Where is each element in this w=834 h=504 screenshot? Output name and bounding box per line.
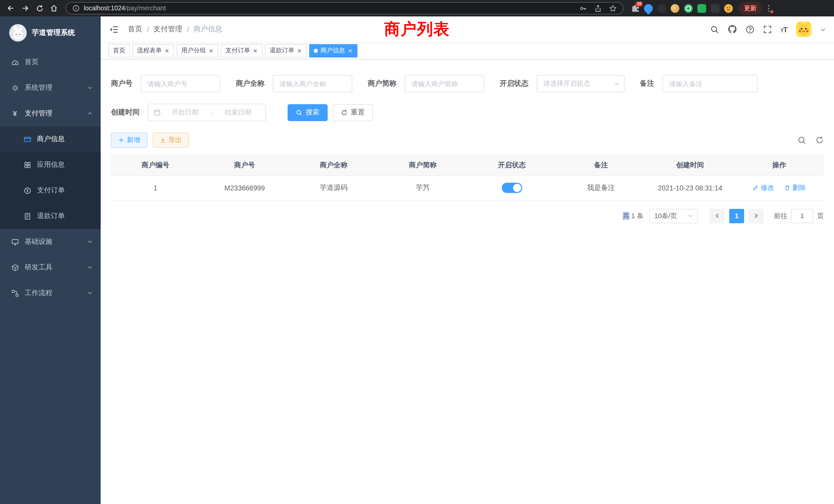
next-page-button[interactable] (749, 209, 764, 223)
prev-page-button[interactable] (710, 209, 725, 223)
app-logo[interactable]: 芋道管理系统 (0, 17, 101, 49)
workflow-icon (10, 289, 20, 297)
close-icon[interactable] (297, 48, 302, 53)
browser-forward-button[interactable] (19, 2, 32, 15)
tags-view-bar: 首页 流程表单 用户分组 支付订单 退款订单 (101, 42, 834, 60)
add-button[interactable]: 新增 (111, 132, 147, 148)
extension-icon-drop[interactable] (642, 2, 655, 14)
github-icon[interactable] (727, 25, 737, 34)
sidebar-item-app-info[interactable]: 应用信息 (0, 152, 101, 178)
create-time-label: 创建时间 (111, 108, 140, 117)
url-text: localhost:1024/pay/merchant (84, 5, 166, 12)
bookmark-star-icon[interactable] (609, 4, 617, 12)
full-name-input[interactable] (273, 75, 352, 92)
help-icon[interactable] (745, 25, 754, 33)
sidebar-item-label: 首页 (25, 58, 39, 67)
extensions-puzzle-icon[interactable]: 10 (631, 4, 639, 13)
fullscreen-icon[interactable] (763, 25, 772, 33)
goto-page-input[interactable] (791, 209, 813, 223)
col-create-time: 创建时间 (645, 155, 734, 176)
breadcrumb-home[interactable]: 首页 (128, 25, 142, 34)
tab-user-group[interactable]: 用户分组 (177, 44, 218, 57)
sidebar-item-dev-tools[interactable]: 研发工具 (0, 255, 101, 280)
tab-payment-order[interactable]: 支付订单 (221, 44, 262, 57)
extension-icon-green-circle[interactable] (684, 4, 693, 13)
sidebar-item-label: 工作流程 (25, 289, 52, 298)
tab-home[interactable]: 首页 (108, 44, 130, 57)
dashboard-icon (10, 58, 20, 66)
delete-link[interactable]: 删除 (784, 183, 806, 192)
table-row: 1 M233666999 芋道源码 芋艿 我是备注 2021-10-23 08:… (111, 176, 824, 200)
edit-link[interactable]: 修改 (753, 183, 774, 192)
breadcrumb-separator: / (187, 25, 189, 33)
password-key-icon[interactable] (579, 4, 587, 12)
short-name-input[interactable] (405, 75, 484, 92)
extension-icon-dark-pin[interactable] (711, 4, 720, 13)
sidebar-item-label: 退款订单 (37, 211, 65, 221)
sidebar-item-refund-order[interactable]: 退款订单 (0, 203, 101, 229)
sidebar-item-merchant-info[interactable]: 商户信息 (0, 126, 101, 152)
browser-update-button[interactable]: 更新 (739, 2, 762, 15)
page-size-select[interactable]: 10条/页 (650, 209, 698, 223)
close-icon[interactable] (208, 48, 214, 53)
chevron-down-icon (87, 85, 92, 90)
close-icon[interactable] (253, 48, 258, 53)
status-select[interactable]: 请选择开启状态 (537, 75, 624, 92)
app-title: 芋道管理系统 (32, 28, 75, 38)
search-button[interactable]: 搜索 (288, 104, 328, 121)
status-toggle[interactable] (502, 183, 522, 193)
browser-home-button[interactable] (47, 2, 61, 15)
tab-refund-order[interactable]: 退款订单 (265, 44, 307, 57)
edit-pencil-icon (753, 185, 759, 191)
close-icon[interactable] (164, 48, 170, 53)
close-icon[interactable] (348, 48, 353, 53)
update-notification-dot (770, 10, 773, 13)
table-search-toggle-icon[interactable] (797, 136, 806, 144)
extension-icon-dark-circle[interactable] (657, 4, 666, 13)
remark-input[interactable] (662, 75, 758, 92)
sidebar-item-system[interactable]: 系统管理 (0, 75, 101, 100)
extension-icon-orange-avatar[interactable] (671, 4, 679, 13)
create-time-range-picker[interactable]: 开始日期 - 结束日期 (148, 104, 266, 121)
sidebar-item-workflow[interactable]: 工作流程 (0, 280, 101, 306)
font-size-icon[interactable]: TT (780, 25, 787, 33)
page-number-button[interactable]: 1 (729, 209, 744, 223)
yen-icon: ¥ (10, 109, 20, 117)
sidebar-toggle-icon[interactable] (109, 24, 118, 34)
col-remark: 备注 (556, 155, 645, 176)
address-bar[interactable]: localhost:1024/pay/merchant (66, 2, 623, 14)
breadcrumb-current: 商户信息 (194, 25, 222, 34)
sidebar: 芋道管理系统 首页 系统管理 ¥ 支付管理 (0, 17, 101, 504)
date-end-placeholder[interactable]: 结束日期 (216, 108, 260, 117)
sidebar-item-payment-order[interactable]: 支付订单 (0, 178, 101, 203)
refresh-icon (341, 109, 348, 116)
merchant-no-input[interactable] (141, 75, 220, 92)
merchant-table: 商户编号 商户号 商户全称 商户简称 开启状态 备注 创建时间 操作 1 (111, 155, 824, 201)
sidebar-item-infrastructure[interactable]: 基础设施 (0, 229, 101, 255)
pagination: 共 1 条 10条/页 1 前往 (111, 209, 824, 223)
col-short-name: 商户简称 (378, 155, 467, 176)
date-start-placeholder[interactable]: 开始日期 (163, 108, 207, 117)
tab-process-form[interactable]: 流程表单 (132, 44, 174, 57)
site-info-icon[interactable] (72, 5, 80, 12)
extension-icon-green-square[interactable] (697, 4, 706, 13)
extensions-badge: 10 (635, 1, 643, 6)
browser-back-button[interactable] (4, 2, 18, 15)
export-button[interactable]: 导出 (153, 132, 189, 148)
tab-merchant-info[interactable]: 商户信息 (309, 44, 357, 57)
sidebar-item-payment[interactable]: ¥ 支付管理 (0, 100, 101, 126)
header-search-icon[interactable] (710, 25, 719, 33)
cell-merchant-id: 1 (111, 176, 200, 200)
reset-button[interactable]: 重置 (333, 104, 373, 121)
extension-icon-smiley[interactable] (724, 4, 733, 13)
browser-reload-button[interactable] (33, 2, 46, 15)
sidebar-item-label: 支付订单 (37, 186, 65, 195)
breadcrumb-payment[interactable]: 支付管理 (154, 25, 182, 34)
cell-create-time: 2021-10-23 08:31:14 (645, 176, 734, 200)
share-icon[interactable] (594, 4, 602, 12)
browser-menu-icon[interactable]: ⋮ (764, 2, 774, 14)
sidebar-item-home[interactable]: 首页 (0, 49, 101, 75)
user-avatar[interactable] (796, 22, 811, 37)
table-refresh-icon[interactable] (815, 136, 824, 144)
avatar-caret-down-icon[interactable] (820, 26, 826, 32)
